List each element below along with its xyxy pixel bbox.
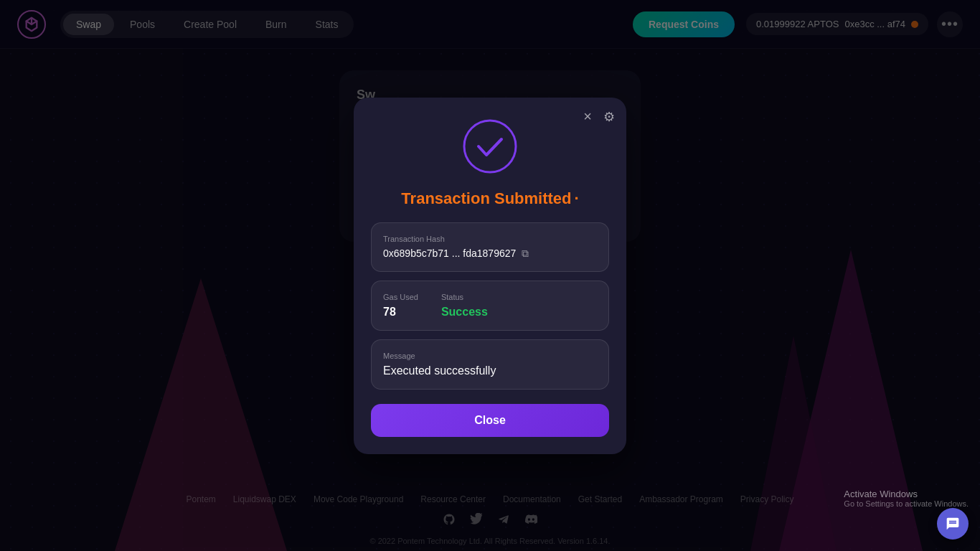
gas-status-box: Gas Used 78 Status Success	[371, 281, 609, 331]
svg-point-0	[464, 121, 516, 172]
message-label: Message	[383, 352, 597, 360]
windows-activate-sub: Go to Settings to activate Windows.	[844, 499, 969, 508]
windows-activate-title: Activate Windows	[844, 489, 969, 499]
gas-used-col: Gas Used 78	[383, 293, 418, 319]
transaction-hash-label: Transaction Hash	[383, 235, 597, 243]
gas-status-row: Gas Used 78 Status Success	[383, 293, 597, 319]
message-value: Executed successfully	[383, 364, 597, 377]
status-label: Status	[441, 293, 488, 301]
message-box: Message Executed successfully	[371, 339, 609, 390]
modal-title: Transaction Submitted·	[371, 189, 609, 208]
transaction-modal: × ⚙ Transaction Submitted· Transaction H…	[354, 98, 626, 454]
modal-close-button[interactable]: ×	[583, 109, 592, 123]
success-check-icon	[461, 118, 519, 175]
chat-icon	[946, 517, 960, 531]
modal-overlay: × ⚙ Transaction Submitted· Transaction H…	[0, 0, 980, 551]
transaction-hash-box: Transaction Hash 0x689b5c7b71 ... fda187…	[371, 222, 609, 272]
status-value: Success	[441, 306, 488, 319]
chat-bubble-button[interactable]	[937, 508, 969, 540]
gas-used-value: 78	[383, 306, 418, 319]
gas-used-label: Gas Used	[383, 293, 418, 301]
windows-activate: Activate Windows Go to Settings to activ…	[844, 489, 969, 508]
modal-title-dot: ·	[575, 189, 579, 207]
close-button[interactable]: Close	[371, 404, 609, 437]
transaction-hash-value: 0x689b5c7b71 ... fda1879627 ⧉	[383, 248, 597, 260]
copy-hash-icon[interactable]: ⧉	[522, 248, 529, 260]
modal-settings-button[interactable]: ⚙	[603, 109, 615, 125]
status-col: Status Success	[441, 293, 488, 319]
